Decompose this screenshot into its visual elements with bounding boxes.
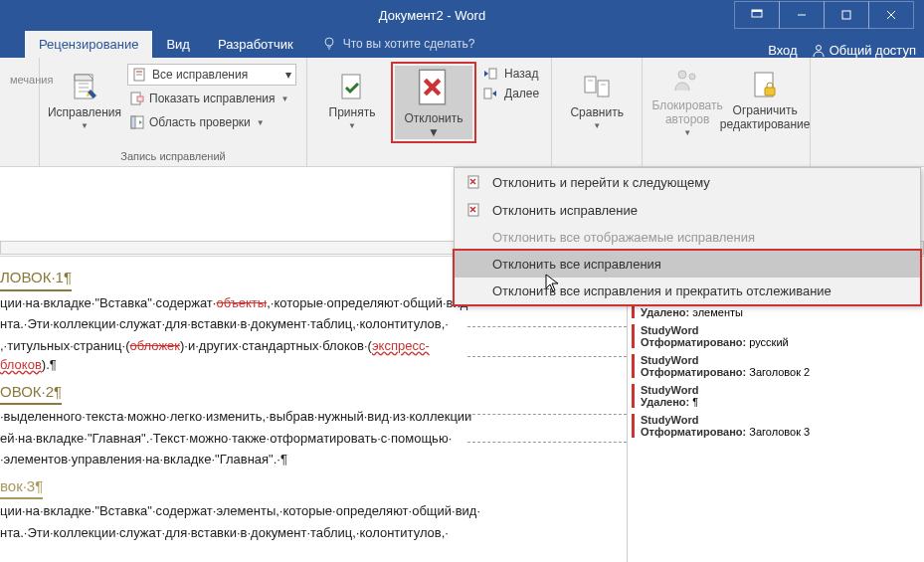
document-x-icon [466,202,482,218]
svg-rect-34 [765,88,775,95]
cursor-icon [545,274,561,293]
menu-reject-next[interactable]: Отклонить и перейти к следующему [455,168,920,196]
heading-1: ЛОВОК·1¶ [0,267,72,291]
minimize-button[interactable] [779,1,825,29]
svg-point-31 [678,71,686,79]
paragraph: ей·на·вкладке·"Главная".·Текст·можно·так… [0,429,467,449]
compare-icon [581,72,613,103]
change-author: StudyWord [641,414,901,426]
block-authors-label: Блокировать авторов [648,98,726,126]
group-changes-label [313,148,545,164]
compare-button[interactable]: Сравнить ▼ [558,62,636,139]
change-desc: Отформатировано: Заголовок 3 [641,426,901,438]
share-button[interactable]: Общий доступ [812,43,916,58]
lightbulb-icon [321,36,337,52]
change-item[interactable]: StudyWordОтформатировано: Заголовок 3 [632,414,901,438]
change-author: StudyWord [641,384,901,396]
svg-point-6 [325,38,333,46]
accept-button[interactable]: Принять ▼ [313,62,391,139]
share-label: Общий доступ [830,43,916,58]
display-for-review-combo[interactable]: Все исправления ▾ [127,64,296,86]
tell-me[interactable]: Что вы хотите сделать? [307,30,489,58]
change-author: StudyWord [641,324,901,336]
menu-reject-shown: Отклонить все отображаемые исправления [455,224,920,251]
window-controls [735,1,914,29]
document-x-icon [466,174,482,190]
menu-highlight-box: Отклонить все исправления Отклонить все … [453,249,922,306]
title-bar: Документ2 - Word [0,0,924,30]
document-body[interactable]: ЛОВОК·1¶ ции·на·вкладке·"Вставка"·содерж… [0,257,467,562]
menu-reject-all-stop[interactable]: Отклонить все исправления и прекратить о… [455,278,920,304]
window-title: Документ2 - Word [10,8,735,23]
reviewing-pane-button[interactable]: Область проверки ▼ [127,111,296,133]
document-x-icon [411,66,457,111]
menu-label: Отклонить все исправления и прекратить о… [492,283,832,298]
tab-developer[interactable]: Разработчик [204,31,307,58]
reviewing-pane-label: Область проверки [149,115,251,129]
paragraph: нта.·Эти·коллекции·служат·для·вставки·в·… [0,314,467,334]
comments-fragment: мечания [6,62,33,97]
restrict-editing-label: Ограничить редактирование [720,103,811,131]
reject-highlight-box: Отклонить ▼ [391,62,476,143]
previous-button[interactable]: Назад [482,66,539,82]
show-markup-button[interactable]: Показать исправления ▼ [127,88,296,109]
show-markup-icon [129,91,145,106]
reject-label: Отклонить [404,111,462,125]
paragraph: ции·на·вкладке·"Вставка"·содержат·элемен… [0,501,467,521]
svg-rect-20 [131,116,135,128]
menu-label: Отклонить все исправления [492,257,661,272]
compare-label: Сравнить [570,105,623,119]
tell-me-label: Что вы хотите сделать? [343,37,475,51]
svg-point-9 [816,45,821,50]
block-authors-button: Блокировать авторов ▼ [648,62,726,139]
change-author: StudyWord [641,354,901,366]
group-tracking-label: Запись исправлений [46,148,300,164]
heading-3: вок·3¶ [0,475,43,500]
change-item[interactable]: StudyWordОтформатировано: Заголовок 2 [632,354,901,378]
menu-label: Отклонить и перейти к следующему [492,175,710,190]
reject-dropdown: Отклонить и перейти к следующему Отклони… [454,167,921,305]
chevron-down-icon: ▼ [683,128,691,137]
track-changes-label: Исправления [48,105,121,119]
login-link[interactable]: Вход [768,43,797,58]
svg-rect-28 [598,81,609,96]
accept-label: Принять [329,105,376,119]
svg-point-32 [689,74,695,80]
pane-icon [129,114,145,130]
svg-rect-18 [137,96,143,101]
arrow-right-icon [482,86,498,101]
reject-button[interactable]: Отклонить ▼ [395,66,472,139]
change-desc: Отформатировано: русский [641,336,901,348]
change-item[interactable]: StudyWordОтформатировано: русский [632,324,901,348]
paragraph: ·элементов·управления·на·вкладке·"Главна… [0,450,467,469]
track-changes-button[interactable]: Исправления ▼ [46,62,123,139]
tab-review[interactable]: Рецензирование [25,31,152,58]
paragraph: ции·на·вкладке·"Вставка"·содержат·объект… [0,293,467,313]
chevron-down-icon: ▾ [285,68,291,82]
next-button[interactable]: Далее [482,86,539,101]
change-item[interactable]: StudyWordУдалено: ¶ [632,384,901,408]
ribbon-options-button[interactable] [734,1,780,29]
change-desc: Удалено: элементы [641,306,901,318]
paragraph: ·выделенного·текста·можно·легко·изменить… [0,407,467,427]
menu-label: Отклонить исправление [492,203,638,218]
svg-rect-27 [585,77,596,93]
menu-reject-all[interactable]: Отклонить все исправления [455,251,920,278]
change-desc: Отформатировано: Заголовок 2 [641,366,901,378]
document-pencil-icon [69,72,100,103]
show-markup-label: Показать исправления [149,92,276,105]
close-button[interactable] [868,1,914,29]
svg-rect-21 [342,75,360,98]
arrow-left-icon [482,66,498,82]
restrict-editing-button[interactable]: Ограничить редактирование [726,62,804,139]
paragraph: нта.·Эти·коллекции·служат·для·вставки·в·… [0,523,467,543]
document-lock-icon [749,70,781,101]
document-check-icon [336,72,368,103]
svg-rect-26 [484,89,491,98]
tab-view[interactable]: Вид [152,31,204,58]
maximize-button[interactable] [824,1,869,29]
chevron-down-icon: ▼ [257,118,265,127]
ribbon: мечания Исправления ▼ Все исправления ▾ [0,58,924,167]
heading-2: ОВОК·2¶ [0,381,62,406]
menu-reject-change[interactable]: Отклонить исправление [455,196,920,224]
